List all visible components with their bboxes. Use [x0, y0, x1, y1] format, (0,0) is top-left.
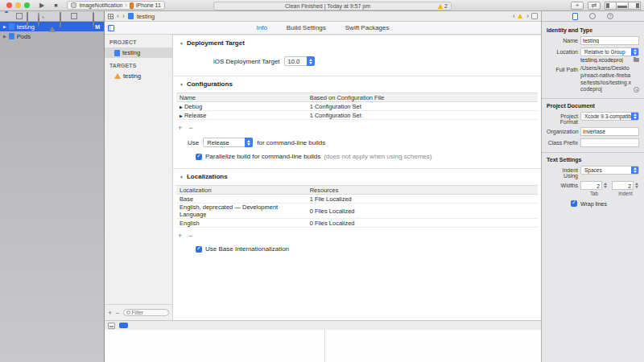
command-line-config-popup[interactable]: Release — [203, 138, 253, 147]
column-header-resources[interactable]: Resources — [307, 186, 538, 195]
stop-button[interactable]: ■ — [54, 0, 57, 10]
editor-options-button[interactable]: ⇄ — [588, 2, 601, 10]
find-navigator-icon[interactable] — [38, 12, 39, 27]
inspector-toggle-button[interactable] — [629, 2, 641, 10]
reveal-in-finder-icon[interactable] — [634, 87, 639, 93]
warning-count: 2 — [444, 3, 448, 9]
name-field[interactable] — [580, 36, 639, 45]
column-header-name[interactable]: Name — [176, 93, 307, 102]
file-inspector-tab-icon[interactable] — [572, 13, 578, 20]
disclosure-icon[interactable]: ▶ — [3, 24, 6, 29]
disclosure-icon[interactable]: ▼ — [180, 175, 184, 179]
remove-localization-button[interactable]: − — [188, 232, 192, 240]
stepper-arrows-icon[interactable] — [634, 181, 639, 190]
parallelize-checkbox[interactable] — [196, 154, 202, 160]
project-info-pane: ▼ Deployment Target iOS Deployment Targe… — [173, 35, 541, 320]
table-row[interactable]: English, deprecated — Development Langua… — [176, 204, 538, 219]
disclosure-icon[interactable]: ▶ — [180, 113, 183, 118]
section-deployment-target[interactable]: ▼ Deployment Target — [173, 35, 541, 47]
wrap-lines-checkbox[interactable] — [571, 200, 577, 207]
indent-width-stepper[interactable]: 2 — [612, 181, 639, 190]
project-item-testing[interactable]: testing — [105, 47, 172, 58]
remove-configuration-button[interactable]: − — [188, 124, 192, 132]
quick-help-inspector-tab-icon[interactable]: ? — [607, 13, 613, 19]
table-row[interactable]: Base 1 File Localized — [176, 195, 538, 204]
issue-navigator-icon[interactable] — [49, 13, 56, 32]
project-format-label: Project Format — [547, 112, 580, 125]
source-control-navigator-icon[interactable] — [16, 13, 23, 19]
project-format-popup[interactable]: Xcode 9.3-compatible — [580, 112, 639, 121]
debug-layout-button[interactable] — [119, 323, 128, 328]
add-target-button[interactable]: + — [108, 309, 112, 317]
zoom-window-button[interactable] — [24, 2, 30, 8]
disclosure-icon[interactable]: ▼ — [180, 41, 184, 46]
navigator-item-pods[interactable]: ▶ Pods — [0, 31, 104, 41]
variables-view[interactable] — [105, 330, 325, 362]
popup-value: Xcode 9.3-compatible — [584, 113, 635, 119]
configurations-table: Name Based on Configuration File ▶ Debug… — [176, 93, 538, 120]
column-header-localization[interactable]: Localization — [176, 186, 307, 195]
table-row[interactable]: ▶ Debug 1 Configuration Set — [176, 102, 538, 111]
table-row[interactable]: ▶ Release 1 Configuration Set — [176, 111, 538, 120]
navigator-toggle-button[interactable] — [605, 2, 617, 10]
filter-field[interactable] — [123, 309, 169, 316]
related-items-icon[interactable] — [108, 14, 114, 19]
localization-value: 0 Files Localized — [307, 204, 538, 219]
console-view[interactable] — [325, 330, 541, 362]
ios-deployment-target-label: iOS Deployment Target — [213, 58, 280, 65]
tab-width-stepper[interactable]: 2 — [580, 181, 608, 190]
table-row[interactable]: English 0 Files Localized — [176, 219, 538, 228]
disclosure-icon[interactable]: ▶ — [3, 34, 6, 39]
minimize-window-button[interactable] — [15, 2, 21, 8]
hide-debug-area-button[interactable] — [108, 323, 115, 329]
class-prefix-field[interactable] — [580, 138, 639, 147]
tab-info[interactable]: Info — [257, 24, 267, 31]
organization-field[interactable] — [580, 127, 639, 136]
section-localizations[interactable]: ▼ Localizations — [173, 168, 541, 180]
forward-button[interactable]: › — [122, 12, 125, 20]
bookmark-navigator-icon[interactable] — [27, 12, 28, 27]
add-configuration-button[interactable]: + — [178, 124, 182, 132]
config-name: Release — [184, 112, 207, 119]
popup-value: 10.0 — [288, 58, 300, 65]
scheme-selector[interactable]: ImageNotification › iPhone 11 — [67, 1, 164, 10]
disclosure-icon[interactable]: ▶ — [180, 105, 183, 109]
history-inspector-tab-icon[interactable] — [589, 13, 596, 19]
full-path-value: /Users/kans/Desktop/react-native-firebas… — [580, 65, 631, 92]
column-header-based-on[interactable]: Based on Configuration File — [307, 93, 538, 102]
adjust-editor-button[interactable] — [531, 13, 538, 19]
close-window-button[interactable] — [6, 2, 12, 8]
remove-target-button[interactable]: − — [115, 309, 119, 317]
choose-location-folder-icon[interactable] — [634, 58, 639, 62]
filter-icon — [126, 311, 130, 315]
back-button[interactable]: ‹ — [117, 12, 119, 20]
popup-arrows-icon — [631, 47, 639, 56]
tab-swift-packages[interactable]: Swift Packages — [345, 24, 390, 31]
run-button[interactable]: ▶ — [39, 0, 44, 10]
activity-viewer[interactable]: Clean Finished | Today at 9:57 pm 2 — [213, 2, 452, 10]
use-label: Use — [188, 139, 199, 146]
modified-badge: M — [95, 24, 100, 30]
ios-deployment-target-popup[interactable]: 10.0 — [284, 56, 315, 66]
next-issue-button[interactable]: › — [526, 12, 529, 20]
jump-bar-file-name[interactable]: testing — [137, 13, 155, 20]
library-add-button[interactable]: + — [571, 2, 584, 10]
parallelize-note: (does not apply when using schemes) — [324, 153, 431, 160]
debug-area — [105, 330, 541, 362]
target-item-testing[interactable]: testing — [105, 71, 172, 81]
issue-warning-icon[interactable] — [518, 14, 522, 19]
add-localization-button[interactable]: + — [178, 232, 182, 240]
location-popup[interactable]: Relative to Group — [580, 47, 639, 56]
previous-issue-button[interactable]: ‹ — [513, 12, 515, 20]
report-navigator-icon[interactable] — [93, 12, 94, 27]
debug-navigator-icon[interactable] — [71, 13, 77, 19]
filter-input[interactable] — [132, 310, 166, 315]
tab-build-settings[interactable]: Build Settings — [287, 24, 326, 31]
section-configurations[interactable]: ▼ Configurations — [173, 76, 541, 88]
test-navigator-icon[interactable] — [60, 12, 61, 27]
indent-using-popup[interactable]: Spaces — [580, 166, 639, 175]
debug-area-toggle-button[interactable] — [617, 2, 629, 10]
base-internationalization-checkbox[interactable] — [196, 246, 202, 253]
stepper-arrows-icon[interactable] — [602, 181, 608, 190]
disclosure-icon[interactable]: ▼ — [180, 82, 184, 87]
